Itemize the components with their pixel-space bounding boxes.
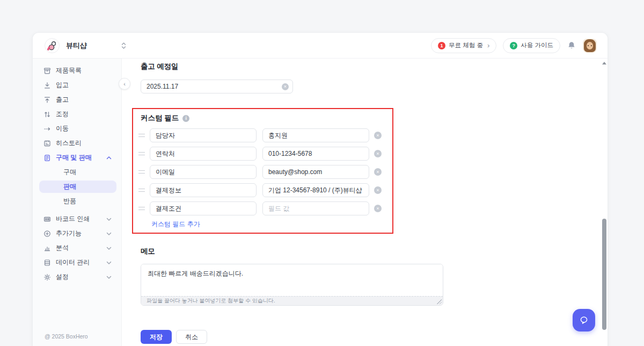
custom-field-name-input[interactable]: [150, 201, 257, 215]
custom-field-name-input[interactable]: [150, 183, 257, 197]
gear-icon: [43, 273, 51, 281]
guide-label: 사용 가이드: [521, 41, 553, 49]
sidebar-item-analytics[interactable]: 분석: [33, 241, 121, 255]
memo-label: 메모: [141, 247, 155, 256]
sidebar-collapse-button[interactable]: ‹: [119, 78, 130, 90]
arrow-down-to-line-icon: [43, 82, 51, 89]
sidebar-item-purchase[interactable]: 구매: [33, 165, 121, 179]
scroll-up-arrow-icon[interactable]: [602, 62, 606, 64]
sidebar-item-stock-out[interactable]: 출고: [33, 92, 121, 107]
chevron-down-icon: [106, 246, 112, 250]
remove-icon[interactable]: ×: [374, 205, 382, 212]
resize-grip-icon[interactable]: [436, 299, 442, 304]
main-content: 출고 예정일 × 커스텀 필드 i ×: [122, 59, 608, 346]
custom-field-name-input[interactable]: [150, 128, 257, 142]
custom-field-value-input[interactable]: [262, 128, 369, 142]
history-icon: [43, 140, 51, 147]
custom-field-row: ×: [138, 183, 382, 197]
save-button[interactable]: 저장: [141, 330, 172, 344]
custom-field-value-input[interactable]: [262, 183, 369, 197]
sidebar: 제품목록 입고 출고: [33, 59, 122, 346]
vertical-scrollbar: [602, 61, 607, 344]
sidebar-item-extra-features[interactable]: 추가기능: [33, 226, 121, 241]
memo-textarea[interactable]: 최대한 빠르게 배송드리겠습니다.: [141, 264, 443, 297]
app-window: 뷰티샵 1 무료 체험 중 › ? 사용 가이드: [32, 32, 608, 346]
notification-bell-icon[interactable]: [567, 41, 576, 51]
custom-field-row: ×: [138, 147, 382, 161]
ship-date-label: 출고 예정일: [141, 62, 178, 71]
custom-fields-title: 커스텀 필드 i: [141, 113, 189, 123]
ship-date-field-wrap: ×: [141, 80, 293, 93]
remove-icon[interactable]: ×: [374, 186, 382, 194]
arrow-up-to-line-icon: [43, 96, 51, 104]
chevron-down-icon: [106, 217, 112, 221]
add-custom-field-link[interactable]: 커스텀 필드 추가: [151, 220, 200, 229]
sidebar-item-move[interactable]: 이동: [33, 121, 121, 136]
chevron-right-icon: ›: [487, 42, 489, 49]
custom-fields-highlight-box: 커스텀 필드 i ×: [132, 108, 393, 234]
custom-field-name-input[interactable]: [150, 147, 257, 161]
drag-handle-icon[interactable]: [138, 134, 145, 137]
chevron-down-icon: [106, 261, 112, 265]
sidebar-item-history[interactable]: 히스토리: [33, 136, 121, 150]
drag-handle-icon[interactable]: [138, 207, 145, 210]
workspace-logo-icon: [45, 38, 60, 53]
top-bar: 뷰티샵 1 무료 체험 중 › ? 사용 가이드: [33, 33, 608, 59]
memo-field: 최대한 빠르게 배송드리겠습니다. 파일을 끌어다 놓거나 붙여넣기로 첨부할 …: [141, 264, 443, 306]
custom-field-row: ×: [138, 128, 382, 142]
custom-field-value-input[interactable]: [262, 201, 369, 215]
sidebar-item-stock-in[interactable]: 입고: [33, 78, 121, 92]
bar-chart-icon: [43, 244, 51, 252]
drag-handle-icon[interactable]: [138, 189, 145, 192]
guide-badge-icon: ?: [510, 42, 517, 49]
sidebar-item-purchase-sales[interactable]: 구매 및 판매: [33, 150, 121, 165]
database-icon: [43, 259, 51, 266]
free-trial-button[interactable]: 1 무료 체험 중 ›: [431, 38, 496, 53]
sidebar-item-products[interactable]: 제품목록: [33, 63, 121, 78]
workspace-select-caret-icon: [121, 42, 126, 49]
user-avatar[interactable]: [583, 39, 597, 53]
custom-field-name-input[interactable]: [150, 165, 257, 179]
workspace-name: 뷰티샵: [66, 41, 87, 51]
trial-badge-icon: 1: [438, 42, 445, 49]
info-icon: i: [182, 115, 189, 122]
top-bar-actions: 1 무료 체험 중 › ? 사용 가이드: [431, 38, 597, 53]
custom-fields-list: × × ×: [138, 128, 382, 215]
custom-field-row: ×: [138, 201, 382, 215]
trial-label: 무료 체험 중: [449, 41, 483, 49]
remove-icon[interactable]: ×: [374, 168, 382, 176]
sidebar-item-adjust[interactable]: 조정: [33, 107, 121, 121]
chevron-down-icon: [106, 232, 112, 236]
selected-highlight: [39, 181, 116, 193]
attachment-hint-bar[interactable]: 파일을 끌어다 놓거나 붙여넣기로 첨부할 수 있습니다.: [141, 296, 443, 305]
remove-icon[interactable]: ×: [374, 150, 382, 157]
drag-handle-icon[interactable]: [138, 152, 145, 155]
swap-vertical-icon: [43, 111, 51, 118]
package-icon: [43, 67, 51, 75]
scrollbar-thumb[interactable]: [602, 219, 606, 330]
receipt-icon: [43, 154, 51, 162]
barcode-icon: [43, 215, 51, 223]
clear-icon[interactable]: ×: [282, 83, 289, 90]
chat-support-button[interactable]: [573, 309, 595, 331]
user-guide-button[interactable]: ? 사용 가이드: [503, 38, 560, 53]
app-background: 뷰티샵 1 무료 체험 중 › ? 사용 가이드: [0, 0, 644, 346]
chat-bubble-icon: [579, 315, 589, 326]
sidebar-item-barcode-print[interactable]: 바코드 인쇄: [33, 212, 121, 226]
sidebar-item-sales[interactable]: 판매: [33, 179, 121, 194]
plus-circle-icon: [43, 230, 51, 237]
ship-date-input[interactable]: [141, 80, 293, 93]
cancel-button[interactable]: 취소: [176, 330, 207, 344]
sidebar-item-data-management[interactable]: 데이터 관리: [33, 255, 121, 270]
workspace-switcher[interactable]: 뷰티샵: [45, 38, 126, 53]
sidebar-item-settings[interactable]: 설정: [33, 270, 121, 284]
custom-field-value-input[interactable]: [262, 165, 369, 179]
remove-icon[interactable]: ×: [374, 132, 382, 139]
sidebar-item-returns[interactable]: 반품: [33, 194, 121, 208]
copyright-text: @ 2025 BoxHero: [45, 333, 88, 340]
drag-handle-icon[interactable]: [138, 170, 145, 174]
attachment-hint-text: 파일을 끌어다 놓거나 붙여넣기로 첨부할 수 있습니다.: [147, 297, 275, 305]
custom-field-row: ×: [138, 165, 382, 179]
form-actions: 저장 취소: [141, 330, 207, 344]
custom-field-value-input[interactable]: [262, 147, 369, 161]
